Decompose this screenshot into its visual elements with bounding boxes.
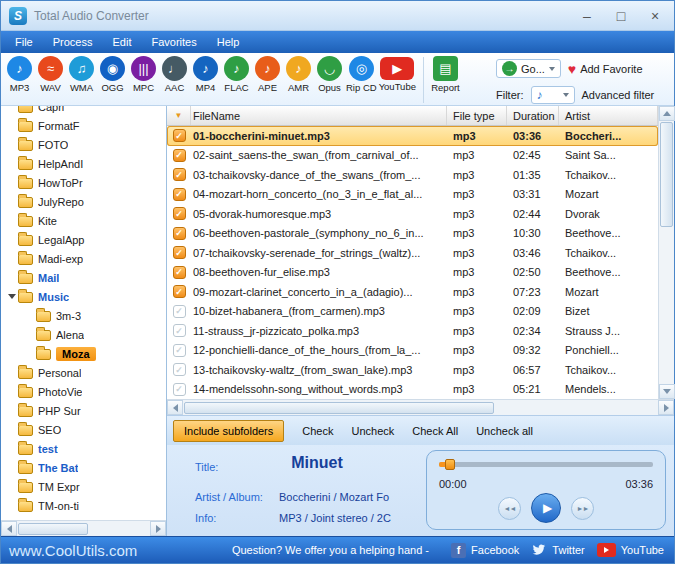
format-button[interactable]: ♪ AMR: [283, 56, 314, 105]
file-row[interactable]: ✓ 05-dvorak-humoresque.mp3 mp3 02:44 Dvo…: [167, 204, 658, 224]
file-row[interactable]: ✓ 07-tchaikovsky-serenade_for_strings_(w…: [167, 243, 658, 263]
maximize-button[interactable]: □: [606, 5, 636, 27]
minimize-button[interactable]: –: [572, 5, 602, 27]
list-scrollbar-thumb[interactable]: [184, 402, 494, 414]
file-row[interactable]: ✓ 11-strauss_jr-pizzicato_polka.mp3 mp3 …: [167, 321, 658, 341]
report-button[interactable]: ▤ Report: [430, 56, 461, 105]
menu-item[interactable]: Process: [43, 33, 103, 51]
expander-icon[interactable]: [5, 237, 18, 242]
expander-icon[interactable]: [5, 218, 18, 223]
close-button[interactable]: ×: [640, 5, 670, 27]
format-button[interactable]: ♪ MP4: [190, 56, 221, 105]
play-button[interactable]: ▶: [531, 493, 561, 523]
format-button[interactable]: ◉ OGG: [97, 56, 128, 105]
tree-folder-item[interactable]: test: [1, 439, 166, 458]
checkbox-icon[interactable]: ✓: [173, 344, 186, 357]
tree-folder-item[interactable]: PHP Sur: [1, 401, 166, 420]
column-header-filename[interactable]: FileName: [191, 106, 447, 125]
format-button[interactable]: ◎ Rip CD: [345, 56, 378, 105]
uncheck-all-button[interactable]: Uncheck all: [476, 425, 533, 437]
expander-icon[interactable]: [5, 275, 18, 280]
format-button[interactable]: ♫ WMA: [66, 56, 97, 105]
list-vertical-scrollbar[interactable]: [658, 106, 674, 399]
menu-item[interactable]: Help: [207, 33, 250, 51]
youtube-link[interactable]: YouTube: [597, 543, 664, 557]
tree-folder-item[interactable]: TM-on-ti: [1, 496, 166, 515]
seek-handle[interactable]: [445, 459, 455, 470]
format-button[interactable]: ♪ FLAC: [221, 56, 252, 105]
seek-slider[interactable]: [439, 459, 653, 470]
format-button[interactable]: ≈ WAV: [35, 56, 66, 105]
coolutils-link[interactable]: www.CoolUtils.com: [9, 542, 137, 559]
scroll-down-icon[interactable]: [659, 384, 675, 399]
tree-folder-item[interactable]: HowToPr: [1, 173, 166, 192]
check-all-button[interactable]: Check All: [412, 425, 458, 437]
column-header-duration[interactable]: Duration: [507, 106, 559, 125]
expander-icon[interactable]: [5, 161, 18, 166]
next-button[interactable]: ►►: [571, 497, 594, 520]
file-row[interactable]: ✓ 02-saint_saens-the_swan_(from_carnival…: [167, 146, 658, 166]
scroll-left-icon[interactable]: [167, 400, 183, 415]
vertical-scrollbar-thumb[interactable]: [660, 122, 673, 227]
scroll-right-icon[interactable]: [150, 521, 166, 536]
checkbox-icon[interactable]: ✓: [173, 324, 186, 337]
tree-folder-item[interactable]: Kite: [1, 211, 166, 230]
column-header-filetype[interactable]: File type: [447, 106, 507, 125]
go-button[interactable]: → Go...: [496, 59, 561, 78]
file-row[interactable]: ✓ 12-ponchielli-dance_of_the_hours_(from…: [167, 341, 658, 361]
file-row[interactable]: ✓ 01-boccherini-minuet.mp3 mp3 03:36 Boc…: [167, 126, 658, 146]
add-favorite-button[interactable]: ♥ Add Favorite: [568, 61, 643, 77]
expander-icon[interactable]: [5, 256, 18, 261]
scroll-left-icon[interactable]: [1, 521, 17, 536]
tree-folder-item[interactable]: Alena: [1, 325, 166, 344]
uncheck-button[interactable]: Uncheck: [351, 425, 394, 437]
format-button[interactable]: ||| MPC: [128, 56, 159, 105]
checkbox-icon[interactable]: ✓: [173, 266, 186, 279]
format-button[interactable]: ♪ APE: [252, 56, 283, 105]
expander-icon[interactable]: [5, 446, 18, 451]
tree-folder-item[interactable]: Mail: [1, 268, 166, 287]
checkbox-icon[interactable]: ✓: [173, 149, 186, 162]
file-row[interactable]: ✓ 08-beethoven-fur_elise.mp3 mp3 02:50 B…: [167, 263, 658, 283]
scroll-up-icon[interactable]: [659, 106, 675, 121]
filter-dropdown[interactable]: ♪: [531, 86, 575, 104]
checkbox-icon[interactable]: ✓: [173, 207, 186, 220]
tree-folder-item[interactable]: Music: [1, 287, 166, 306]
expander-icon[interactable]: [5, 370, 18, 375]
expander-icon[interactable]: [23, 332, 36, 337]
tree-horizontal-scrollbar[interactable]: [1, 520, 166, 536]
checkbox-icon[interactable]: ✓: [173, 285, 186, 298]
tree-folder-item[interactable]: Moza: [1, 344, 166, 363]
include-subfolders-button[interactable]: Include subfolders: [173, 420, 284, 442]
file-row[interactable]: ✓ 13-tchaikovsky-waltz_(from_swan_lake).…: [167, 360, 658, 380]
expander-icon[interactable]: [5, 465, 18, 470]
checkbox-icon[interactable]: ✓: [173, 383, 186, 396]
checkbox-icon[interactable]: ✓: [173, 305, 186, 318]
menu-item[interactable]: Favorites: [141, 33, 206, 51]
menu-item[interactable]: Edit: [102, 33, 141, 51]
checkbox-icon[interactable]: ✓: [173, 246, 186, 259]
tree-folder-item[interactable]: The Bat: [1, 458, 166, 477]
header-check-column[interactable]: ▼: [167, 106, 191, 125]
menu-item[interactable]: File: [5, 33, 43, 51]
tree-folder-item[interactable]: TM Expr: [1, 477, 166, 496]
facebook-link[interactable]: f Facebook: [451, 543, 519, 558]
previous-button[interactable]: ◄◄: [498, 497, 521, 520]
tree-folder-item[interactable]: 3m-3: [1, 306, 166, 325]
expander-icon[interactable]: [5, 123, 18, 128]
tree-folder-item[interactable]: HelpAndI: [1, 154, 166, 173]
expander-icon[interactable]: [5, 503, 18, 508]
expander-icon[interactable]: [5, 199, 18, 204]
column-header-artist[interactable]: Artist: [559, 106, 658, 125]
tree-scrollbar-thumb[interactable]: [18, 523, 88, 535]
format-button[interactable]: ◡ Opus: [314, 56, 345, 105]
expander-icon[interactable]: [5, 484, 18, 489]
checkbox-icon[interactable]: ✓: [173, 168, 186, 181]
checkbox-icon[interactable]: ✓: [173, 129, 186, 142]
expander-icon[interactable]: [5, 142, 18, 147]
expander-icon[interactable]: [5, 408, 18, 413]
tree-folder-item[interactable]: FormatF: [1, 116, 166, 135]
expander-icon[interactable]: [5, 106, 18, 109]
advanced-filter-link[interactable]: Advanced filter: [582, 89, 655, 101]
file-row[interactable]: ✓ 09-mozart-clarinet_concerto_in_a_(adag…: [167, 282, 658, 302]
